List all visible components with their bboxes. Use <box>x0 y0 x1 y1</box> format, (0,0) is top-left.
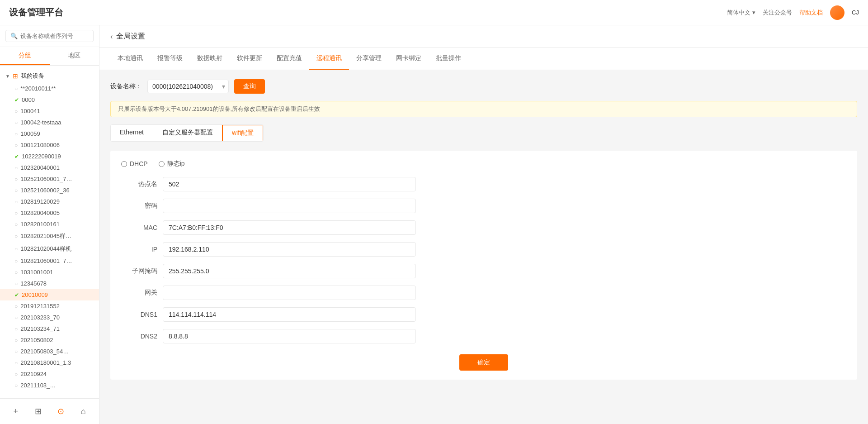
dhcp-radio[interactable] <box>121 161 127 167</box>
header: 设备管理平台 简体中文 ▾ 关注公众号 帮助文档 CJ <box>0 0 868 25</box>
tab-local[interactable]: 本地通讯 <box>110 48 150 70</box>
list-item[interactable]: ○ 202103233_70 <box>0 312 99 323</box>
list-item[interactable]: ○ 102521060001_7… <box>0 173 99 185</box>
list-item[interactable]: ○ 1031001001 <box>0 267 99 278</box>
list-item[interactable]: ○ 20210924 <box>0 368 99 380</box>
device-name: 2021050803_54… <box>20 348 69 355</box>
home-button[interactable]: ⌂ <box>75 403 91 419</box>
app-title: 设备管理平台 <box>9 6 63 19</box>
sub-tab-ethernet[interactable]: Ethernet <box>111 125 153 141</box>
tab-netcard[interactable]: 网卡绑定 <box>389 48 429 70</box>
device-name: 102820210045样… <box>20 232 71 240</box>
tab-alert[interactable]: 报警等级 <box>150 48 190 70</box>
settings-button[interactable]: ⊙ <box>52 403 69 419</box>
confirm-button[interactable]: 确定 <box>459 354 508 371</box>
sidebar-tab-group[interactable]: 分组 <box>0 47 50 65</box>
subnet-input[interactable] <box>163 264 416 278</box>
list-item[interactable]: ○ 100059 <box>0 128 99 139</box>
device-name: 202103234_71 <box>20 325 60 332</box>
status-icon: ○ <box>14 165 18 171</box>
dhcp-radio-label[interactable]: DHCP <box>121 160 148 167</box>
device-name: 20210924 <box>20 371 47 377</box>
dns2-input[interactable] <box>163 329 416 343</box>
avatar[interactable] <box>830 5 844 20</box>
subnet-label: 子网掩码 <box>121 267 157 275</box>
help-link[interactable]: 帮助文档 <box>799 9 823 17</box>
dns1-row: DNS1 <box>121 307 846 322</box>
add-button[interactable]: + <box>8 403 24 419</box>
ip-mode-row: DHCP 静态ip <box>121 160 846 168</box>
device-select[interactable]: 0000(102621040008) <box>147 80 229 93</box>
list-item[interactable]: ✔ 102222090019 <box>0 151 99 162</box>
list-item[interactable]: ○ 201912131552 <box>0 300 99 312</box>
tab-batch[interactable]: 批量操作 <box>429 48 468 70</box>
list-item[interactable]: ○ 100042-testaaa <box>0 117 99 128</box>
list-item[interactable]: ○ 202108180001_1.3 <box>0 357 99 368</box>
password-label: 密码 <box>121 202 157 210</box>
list-item[interactable]: ○ **20010011** <box>0 83 99 94</box>
username[interactable]: CJ <box>852 9 859 16</box>
mac-input[interactable] <box>163 220 416 235</box>
tree-group-header[interactable]: ▼ ⊞ 我的设备 <box>0 69 99 83</box>
status-icon: ○ <box>14 348 18 355</box>
tab-share[interactable]: 分享管理 <box>349 48 389 70</box>
tabs-navigation: 本地通讯 报警等级 数据映射 软件更新 配置充值 远程通讯 分享管理 网卡绑定 … <box>99 48 868 70</box>
sub-tab-wifi[interactable]: wifi配置 <box>222 124 264 142</box>
device-name: 0000 <box>22 96 35 103</box>
ip-input[interactable] <box>163 242 416 257</box>
search-box[interactable]: 🔍 <box>5 30 94 42</box>
list-item[interactable]: ○ 102820210045样… <box>0 230 99 243</box>
search-input[interactable] <box>20 33 96 39</box>
device-name: 2021050802 <box>20 337 53 343</box>
list-item[interactable]: ○ 2021050802 <box>0 334 99 346</box>
password-input[interactable] <box>163 199 416 213</box>
gateway-label: 网关 <box>121 289 157 297</box>
list-item[interactable]: ○ 102819120029 <box>0 196 99 207</box>
tab-config[interactable]: 配置充值 <box>269 48 309 70</box>
list-item[interactable]: ○ 102521060002_36 <box>0 185 99 196</box>
list-item[interactable]: ○ 102820040005 <box>0 207 99 219</box>
device-name: 102820100161 <box>20 221 60 228</box>
list-item[interactable]: ✔ 0000 <box>0 94 99 105</box>
sub-tab-custom-server[interactable]: 自定义服务器配置 <box>153 125 222 141</box>
dns1-input[interactable] <box>163 307 416 322</box>
list-item[interactable]: ○ 2021050803_54… <box>0 346 99 357</box>
manage-button[interactable]: ⊞ <box>30 403 47 419</box>
status-icon: ○ <box>14 86 18 92</box>
sidebar: 🔍 分组 地区 ▼ ⊞ 我的设备 ○ **20010011** <box>0 25 99 424</box>
list-item[interactable]: ○ 102821020044样机 <box>0 243 99 255</box>
query-button[interactable]: 查询 <box>234 79 265 94</box>
static-ip-radio[interactable] <box>159 161 165 167</box>
list-item[interactable]: ○ 102820100161 <box>0 219 99 230</box>
list-item[interactable]: ○ 12345678 <box>0 278 99 289</box>
tab-update[interactable]: 软件更新 <box>230 48 269 70</box>
language-selector[interactable]: 简体中文 ▾ <box>727 9 755 17</box>
content-header: ‹ 全局设置 <box>99 25 868 48</box>
gateway-row: 网关 <box>121 286 846 300</box>
status-icon: ○ <box>14 303 18 310</box>
list-item[interactable]: ○ 100121080006 <box>0 139 99 151</box>
list-item[interactable]: ○ 20211103_… <box>0 380 99 391</box>
device-name: 201912131552 <box>20 303 60 310</box>
status-icon: ○ <box>14 108 18 114</box>
device-name: 102320040001 <box>20 164 60 171</box>
sidebar-tab-region[interactable]: 地区 <box>50 47 99 65</box>
sidebar-tree: ▼ ⊞ 我的设备 ○ **20010011** ✔ 0000 ○ 100041 <box>0 66 99 398</box>
static-ip-radio-label[interactable]: 静态ip <box>159 160 185 168</box>
dns1-label: DNS1 <box>121 311 157 318</box>
status-icon: ○ <box>14 233 18 239</box>
tab-datamap[interactable]: 数据映射 <box>190 48 230 70</box>
status-icon: ○ <box>14 337 18 343</box>
list-item[interactable]: ○ 100041 <box>0 105 99 117</box>
list-item[interactable]: ○ 102320040001 <box>0 162 99 173</box>
hotspot-input[interactable] <box>163 177 416 191</box>
list-item[interactable]: ○ 102821060001_7… <box>0 255 99 267</box>
back-button[interactable]: ‹ <box>110 33 113 41</box>
tab-remote[interactable]: 远程通讯 <box>309 48 349 70</box>
status-icon: ○ <box>14 199 18 205</box>
list-item[interactable]: ✔ 20010009 <box>0 289 99 300</box>
follow-public[interactable]: 关注公众号 <box>763 9 792 17</box>
list-item[interactable]: ○ 202103234_71 <box>0 323 99 334</box>
gateway-input[interactable] <box>163 286 416 300</box>
status-icon: ○ <box>14 269 18 276</box>
